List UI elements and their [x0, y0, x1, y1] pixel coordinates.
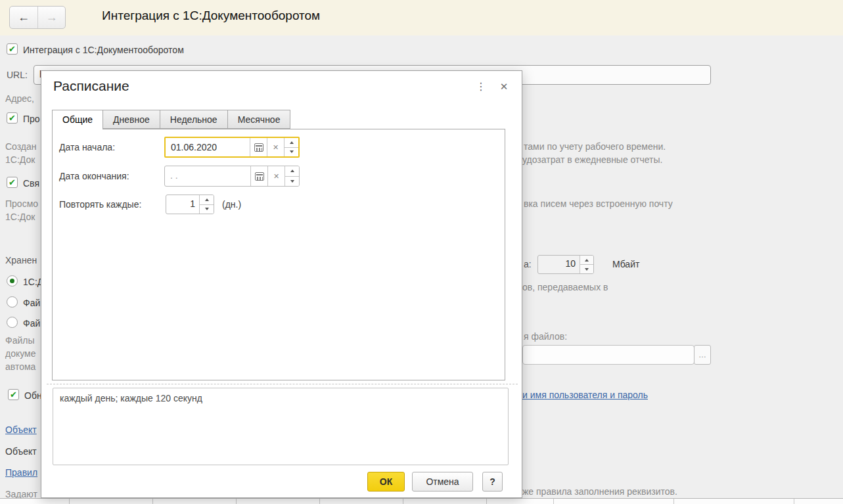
arrow-down-icon — [290, 180, 294, 183]
tab-weekly[interactable]: Недельное — [160, 110, 228, 129]
bg-text-fragment: Просмо — [5, 198, 38, 209]
spin-down-button[interactable] — [285, 147, 298, 157]
size-unit-label: Мбайт — [612, 259, 639, 269]
schedule-dialog: Расписание ⋮ ✕ Общие Дневное Недельное М… — [41, 70, 522, 498]
spin-up-button[interactable] — [200, 195, 214, 204]
url-label: URL: — [7, 70, 28, 80]
start-date-row: Дата начала: 01.06.2020 ✕ — [59, 137, 300, 158]
arrow-down-icon — [290, 150, 294, 153]
repeat-every-row: Повторять каждые: 1 (дн.) — [59, 195, 241, 214]
storage-radio-files-1[interactable] — [7, 296, 18, 308]
start-date-spinner — [284, 138, 298, 156]
clear-x-icon: ✕ — [273, 172, 279, 181]
bg-text-fragment: ов, передаваемых в — [522, 282, 608, 292]
repeat-every-value[interactable]: 1 — [166, 195, 199, 214]
end-date-field: . . ✕ — [164, 166, 300, 187]
left-checkbox-1-label: Про — [23, 114, 40, 124]
history-nav-group: ← → — [9, 6, 66, 29]
clear-date-button[interactable]: ✕ — [267, 166, 285, 186]
repeat-every-field: 1 — [166, 195, 214, 214]
ok-button[interactable]: ОК — [367, 472, 405, 492]
forward-arrow-icon: → — [46, 11, 58, 24]
check-icon: ✔ — [10, 390, 17, 399]
arrow-up-icon — [205, 198, 209, 201]
repeat-spinner — [199, 195, 214, 214]
bg-text-fragment: тами по учету рабочего времени. — [524, 141, 666, 152]
integration-checkbox-label: Интеграция с 1С:Документооборотом — [23, 45, 184, 55]
end-date-spinner — [285, 166, 299, 186]
left-checkbox-1[interactable]: ✔ — [7, 112, 18, 124]
ellipsis-icon: … — [698, 350, 706, 359]
arrow-up-icon — [290, 141, 294, 144]
bg-text-fragment: же правила заполнения реквизитов. — [522, 486, 677, 497]
repeat-unit-label: (дн.) — [222, 199, 241, 210]
spin-up-button[interactable] — [580, 256, 593, 264]
storage-radio-files-2[interactable] — [7, 317, 18, 328]
check-icon: ✔ — [9, 178, 16, 187]
storage-radio-1c[interactable] — [7, 275, 18, 286]
left-checkbox-3-label: Обн — [24, 390, 42, 401]
calendar-picker-button[interactable] — [250, 166, 267, 186]
rules-link[interactable]: Правил — [5, 467, 37, 478]
bg-text-fragment: Создан — [5, 141, 37, 152]
column-divider — [152, 499, 153, 504]
column-divider — [69, 499, 70, 504]
help-button[interactable]: ? — [482, 472, 503, 492]
spin-up-button[interactable] — [285, 138, 298, 147]
calendar-picker-button[interactable] — [250, 138, 267, 156]
column-divider — [794, 499, 794, 504]
start-date-field: 01.06.2020 ✕ — [164, 137, 300, 158]
tab-general[interactable]: Общие — [52, 110, 103, 129]
kebab-menu-icon[interactable]: ⋮ — [474, 79, 488, 95]
back-button[interactable]: ← — [10, 7, 37, 28]
column-divider — [486, 499, 487, 504]
max-size-spinner — [580, 256, 593, 273]
arrow-up-icon — [290, 170, 294, 172]
bg-text-fragment: 1С:Док — [5, 212, 35, 222]
start-date-value[interactable]: 01.06.2020 — [166, 138, 250, 156]
calendar-icon — [254, 143, 263, 152]
clear-x-icon: ✕ — [273, 143, 279, 152]
files-folder-input[interactable] — [522, 345, 695, 365]
spin-down-button[interactable] — [200, 204, 214, 214]
cancel-button[interactable]: Отмена — [412, 472, 473, 492]
bg-text-fragment: удозатрат в ежедневные отчеты. — [522, 154, 662, 165]
max-size-field: 10 — [537, 255, 594, 274]
bg-text-fragment: докуме — [5, 348, 36, 359]
bg-text-fragment: Файлы — [5, 335, 34, 346]
clear-date-button[interactable]: ✕ — [267, 138, 284, 156]
general-tab-panel: Дата начала: 01.06.2020 ✕ Дата окончания… — [52, 129, 505, 380]
tab-monthly[interactable]: Месячное — [228, 110, 291, 129]
start-date-label: Дата начала: — [59, 142, 164, 152]
back-arrow-icon: ← — [18, 11, 30, 24]
address-hint-text: Адрес, — [5, 93, 34, 104]
size-field-label-fragment: а: — [524, 259, 532, 269]
schedule-summary-text: каждый день; каждые 120 секунд — [53, 388, 509, 465]
browse-button[interactable]: … — [694, 345, 711, 365]
dialog-title: Расписание — [53, 78, 129, 94]
column-divider — [673, 499, 674, 504]
storage-radio-files-2-label: Фай — [23, 318, 40, 329]
spin-up-button[interactable] — [285, 166, 299, 176]
tab-daily[interactable]: Дневное — [103, 110, 160, 129]
spin-down-button[interactable] — [285, 176, 299, 187]
max-size-value[interactable]: 10 — [538, 256, 580, 273]
screen: ← → Интеграция с 1С:Документооборотом ✔ … — [0, 0, 843, 504]
spin-down-button[interactable] — [580, 264, 593, 273]
column-divider — [553, 499, 554, 504]
credentials-link[interactable]: и имя пользователя и пароль — [522, 390, 648, 400]
storage-radio-files-1-label: Фай — [23, 298, 40, 308]
column-divider — [319, 499, 320, 504]
end-date-row: Дата окончания: . . ✕ — [59, 166, 300, 187]
end-date-label: Дата окончания: — [59, 171, 164, 181]
integration-checkbox[interactable]: ✔ — [7, 43, 18, 55]
left-checkbox-2[interactable]: ✔ — [7, 177, 18, 188]
end-date-value[interactable]: . . — [165, 166, 250, 186]
forward-button[interactable]: → — [37, 7, 65, 28]
close-icon[interactable]: ✕ — [496, 79, 512, 95]
check-icon: ✔ — [9, 114, 16, 122]
left-checkbox-3[interactable]: ✔ — [8, 389, 19, 400]
dialog-tabs: Общие Дневное Недельное Месячное — [52, 110, 290, 129]
bg-text-fragment: 1С:Док — [5, 154, 35, 165]
objects-link[interactable]: Объект — [5, 424, 37, 435]
